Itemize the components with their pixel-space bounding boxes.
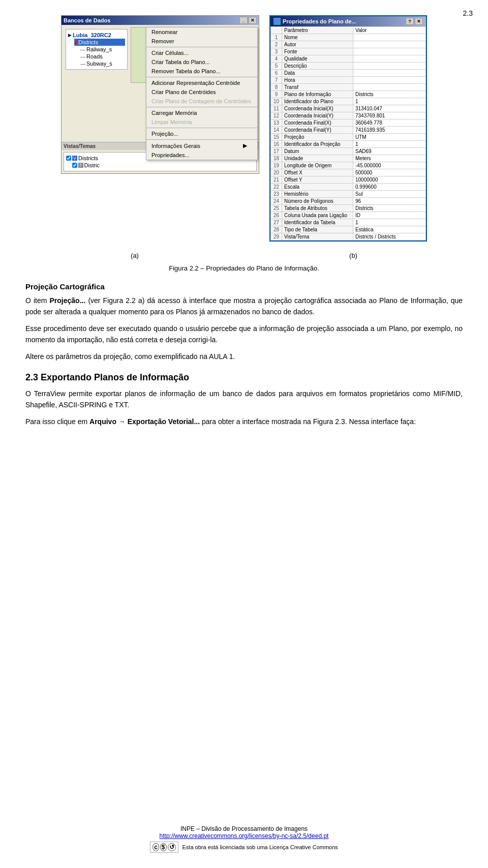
props-title-icon	[273, 18, 281, 25]
props-row-num: 3	[271, 48, 282, 55]
props-row-value: 10000000	[353, 176, 426, 184]
ctx-adicionar-rep[interactable]: Adicionar Representação Centróide	[146, 78, 257, 87]
props-row-value: Districts / Districts	[353, 233, 426, 241]
props-row-num: 29	[271, 233, 282, 241]
ctx-remover[interactable]: Remover	[146, 37, 257, 46]
props-table-row: 21Offset Y10000000	[271, 176, 426, 184]
lower-tree-districts-t[interactable]: T Distric	[72, 162, 254, 169]
props-row-param: Descrição	[282, 63, 353, 70]
figure-labels: (a) (b)	[25, 252, 463, 259]
props-help-btn[interactable]: ?	[406, 18, 414, 25]
cc-c-icon: c	[152, 843, 159, 851]
titlebar-left: Bancos de Dados	[64, 17, 110, 23]
titlebar-buttons[interactable]: _ ✕	[239, 17, 257, 24]
ctx-carregar-mem[interactable]: Carregar Memória	[146, 108, 257, 117]
props-row-value: SAD69	[353, 148, 426, 155]
props-row-value: 313410.047	[353, 105, 426, 112]
ctx-info-gerais-label: Informações Gerais	[151, 143, 200, 149]
props-table-row: 23HemisférioSul	[271, 191, 426, 198]
props-row-num: 27	[271, 219, 282, 226]
tree-districts-label: Districts	[78, 39, 98, 45]
props-table-row: 19Longitude de Origem-45.000000	[271, 162, 426, 169]
ctx-sep-1	[146, 47, 257, 47]
props-table-row: 13Coordenada Final(X)360649.778	[271, 119, 426, 127]
tree-railway-label: Railway_s	[86, 46, 112, 52]
props-row-num: 13	[271, 119, 282, 127]
tree-root[interactable]: ▶ Lubia_320RC2	[68, 32, 125, 39]
props-table-row: 27Identificador da Tabela1	[271, 219, 426, 226]
props-row-num: 9	[271, 91, 282, 98]
props-row-value: Districts	[353, 91, 426, 98]
props-row-param: Datum	[282, 148, 353, 155]
props-row-param: Número de Polígonos	[282, 198, 353, 205]
props-row-num: 4	[271, 55, 282, 63]
props-row-num: 18	[271, 155, 282, 162]
props-row-value	[353, 34, 426, 41]
ctx-info-gerais[interactable]: Informações Gerais ▶	[146, 141, 257, 151]
ctx-criar-plano-cent[interactable]: Criar Plano de Centróides	[146, 87, 257, 97]
ctx-criar-tabela[interactable]: Criar Tabela do Plano...	[146, 57, 257, 67]
paragraph-1: O item Projeção... (ver Figura 2.2 a) dá…	[25, 295, 463, 318]
props-row-num: 26	[271, 212, 282, 219]
col-value-header: Valor	[353, 27, 426, 34]
tree-root-label: Lubia_320RC2	[73, 32, 111, 38]
tree-railway[interactable]: — Railway_s	[80, 46, 125, 53]
properties-dialog: Propriedades do Plano de... ? ✕ Parâmetr…	[269, 15, 427, 242]
footer-link[interactable]: http://www.creativecommons.org/licenses/…	[0, 832, 488, 840]
props-row-num: 11	[271, 105, 282, 112]
props-row-value: 1	[353, 98, 426, 105]
props-table: Parâmetro Valor 1Nome2Autor3Fonte4Qualid…	[270, 26, 426, 241]
props-row-param: Offset Y	[282, 176, 353, 184]
props-row-param: Projeção	[282, 134, 353, 141]
props-row-param: Identificador do Plano	[282, 98, 353, 105]
props-row-value: 360649.778	[353, 119, 426, 127]
ctx-sep-5	[146, 139, 257, 140]
close-button[interactable]: ✕	[249, 17, 257, 24]
props-row-num: 5	[271, 63, 282, 70]
minimize-button[interactable]: _	[239, 17, 248, 24]
props-row-num: 8	[271, 84, 282, 91]
ctx-projecao[interactable]: Projeção...	[146, 129, 257, 138]
bold-arquivo: Arquivo	[89, 417, 116, 426]
lower-tree-t-badge: T	[78, 163, 83, 168]
props-row-param: Fonte	[282, 48, 353, 55]
props-table-row: 15ProjeçãoUTM	[271, 134, 426, 141]
props-row-param: Hemisfério	[282, 191, 353, 198]
props-titlebar: Propriedades do Plano de... ? ✕	[270, 16, 426, 26]
lower-tree-checkbox[interactable]	[66, 156, 71, 161]
props-row-param: Identificador da Tabela	[282, 219, 353, 226]
tree-subway[interactable]: — Subway_s	[80, 60, 125, 67]
props-row-param: Coordenada Inicial(X)	[282, 105, 353, 112]
tree-districts[interactable]: ■ Districts	[74, 39, 125, 46]
figure-a: Bancos de Dados _ ✕ ▶	[61, 15, 259, 174]
props-table-row: 20Offset X500000	[271, 169, 426, 176]
footer-link-text[interactable]: http://www.creativecommons.org/licenses/…	[160, 832, 329, 840]
ctx-renomear[interactable]: Renomear	[146, 27, 257, 37]
props-close-btn[interactable]: ✕	[415, 18, 423, 25]
props-title-left: Propriedades do Plano de...	[273, 18, 356, 25]
props-row-param: Coordenada Inicial(Y)	[282, 112, 353, 119]
props-row-param: Offset X	[282, 169, 353, 176]
props-row-value: 1	[353, 141, 426, 148]
footer-cc: c $ ↺ Esta obra está licenciada sob uma …	[0, 842, 488, 853]
props-titlebar-btns[interactable]: ? ✕	[406, 18, 423, 25]
props-table-row: 17DatumSAD69	[271, 148, 426, 155]
props-row-param: Coordenada Final(Y)	[282, 127, 353, 134]
props-row-param: Qualidade	[282, 55, 353, 63]
ctx-propriedades[interactable]: Propriedades...	[146, 151, 257, 160]
props-row-value: 500000	[353, 169, 426, 176]
props-row-param: Data	[282, 70, 353, 77]
props-row-value: ID	[353, 212, 426, 219]
tree-roads[interactable]: — Roads	[80, 53, 125, 60]
col-num-header	[271, 27, 282, 34]
ctx-sep-3	[146, 107, 257, 107]
ctx-criar-celulas[interactable]: Criar Células...	[146, 48, 257, 57]
lower-tree-distric-label: Distric	[84, 162, 100, 168]
lower-tree-t-checkbox[interactable]	[72, 163, 77, 168]
props-row-num: 19	[271, 162, 282, 169]
tree-roads-label: Roads	[86, 53, 103, 59]
figures-row: Bancos de Dados _ ✕ ▶	[25, 15, 463, 242]
props-row-num: 23	[271, 191, 282, 198]
props-table-row: 12Coordenada Inicial(Y)7343769.801	[271, 112, 426, 119]
ctx-remover-tabela[interactable]: Remover Tabela do Plano...	[146, 67, 257, 76]
